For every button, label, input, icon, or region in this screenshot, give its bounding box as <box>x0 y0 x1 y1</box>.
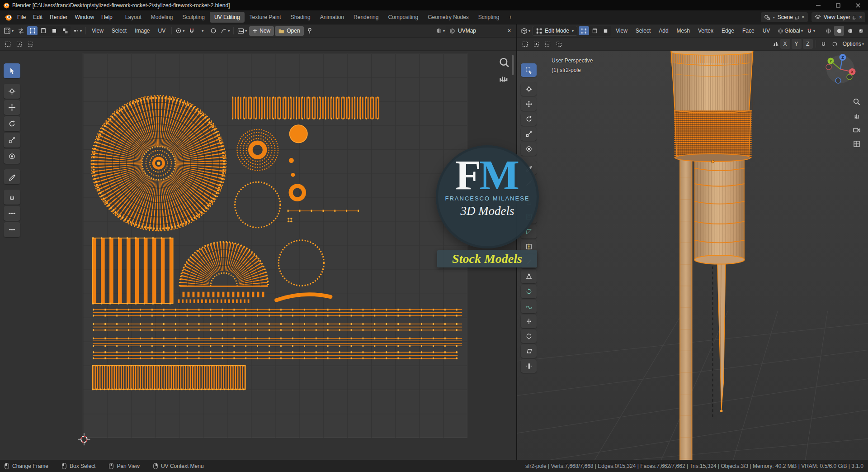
snap-toggle[interactable] <box>187 26 197 36</box>
tool-scale-3d[interactable] <box>521 127 537 141</box>
pan-hand-icon[interactable] <box>853 112 861 120</box>
tool-grab[interactable] <box>4 190 20 205</box>
workspace-tab-rendering[interactable]: Rendering <box>349 12 383 23</box>
vp-menu-edge[interactable]: Edge <box>718 26 738 35</box>
tool-scale[interactable] <box>4 133 20 148</box>
tool-cursor-3d[interactable] <box>521 82 537 96</box>
navigation-gizmo[interactable]: X Y Z <box>825 53 856 85</box>
select-mode-subtract-button[interactable] <box>25 39 35 49</box>
editor-type-3d-button[interactable]: ▾ <box>519 26 532 36</box>
new-scene-icon[interactable] <box>796 16 799 19</box>
uv-sync-selection-toggle[interactable] <box>16 26 26 36</box>
tool-transform-3d[interactable] <box>521 142 537 156</box>
browse-image-dropdown[interactable]: ▾ <box>236 26 248 36</box>
menu-edit[interactable]: Edit <box>29 13 46 22</box>
transform-orientation-dropdown[interactable]: Global ▾ <box>776 26 804 36</box>
vp-menu-mesh[interactable]: Mesh <box>673 26 693 35</box>
snap-settings-dropdown[interactable]: ▾ <box>198 26 208 36</box>
uv-menu-image[interactable]: Image <box>131 26 153 35</box>
shading-solid-button[interactable] <box>834 26 844 36</box>
unlink-scene-icon[interactable]: × <box>802 14 805 20</box>
tool-tweak[interactable] <box>4 63 20 78</box>
zoom-icon[interactable] <box>853 98 861 106</box>
vp-menu-view[interactable]: View <box>612 26 631 35</box>
vp-menu-select[interactable]: Select <box>632 26 654 35</box>
tool-relax[interactable] <box>4 206 20 221</box>
workspace-tab-compositing[interactable]: Compositing <box>383 12 423 23</box>
add-workspace-button[interactable]: + <box>506 13 515 21</box>
vp-menu-face[interactable]: Face <box>739 26 758 35</box>
uv-select-vertex-button[interactable] <box>27 26 38 35</box>
select-mode-intersect-button-3d[interactable] <box>554 39 564 49</box>
blender-menu-icon[interactable] <box>3 12 14 22</box>
tool-rotate-3d[interactable] <box>521 112 537 126</box>
remove-view-layer-icon[interactable]: × <box>859 14 862 20</box>
snap-overlay-icon[interactable] <box>819 39 829 49</box>
tool-smooth[interactable] <box>521 300 537 313</box>
workspace-tab-uv-editing[interactable]: UV Editing <box>210 12 245 23</box>
tool-move[interactable] <box>4 100 20 115</box>
vp-menu-vertex[interactable]: Vertex <box>694 26 717 35</box>
tool-cursor[interactable] <box>4 84 20 99</box>
workspace-tab-shading[interactable]: Shading <box>286 12 315 23</box>
tool-spin[interactable] <box>521 285 537 298</box>
editor-type-uv-button[interactable]: ▾ <box>2 26 15 36</box>
open-image-button[interactable]: Open <box>275 26 303 36</box>
workspace-tab-texture-paint[interactable]: Texture Paint <box>245 12 286 23</box>
mirror-y-toggle[interactable]: Y <box>792 39 802 49</box>
scene-selector[interactable]: ▾ Scene × <box>761 12 808 22</box>
uv-sticky-mode-dropdown[interactable]: ▾ <box>71 26 83 36</box>
tool-shear[interactable] <box>521 344 537 358</box>
snap-toggle-3d[interactable]: ▾ <box>805 26 816 36</box>
tool-shrink-fatten[interactable] <box>521 329 537 343</box>
workspace-tab-scripting[interactable]: Scripting <box>474 12 504 23</box>
clear-uvmap-icon[interactable]: × <box>508 28 511 34</box>
workspace-tab-layout[interactable]: Layout <box>121 12 146 23</box>
tool-edge-slide[interactable] <box>521 315 537 328</box>
uv-select-edge-button[interactable] <box>38 26 48 35</box>
select-mode-extend-button-3d[interactable] <box>531 39 541 49</box>
workspace-tab-geometry-nodes[interactable]: Geometry Nodes <box>423 12 473 23</box>
select-mode-face-button[interactable] <box>600 26 611 35</box>
select-mode-extend-button[interactable] <box>14 39 24 49</box>
camera-view-icon[interactable] <box>853 126 861 134</box>
uvmap-field[interactable]: UVMap × <box>446 26 514 36</box>
select-mode-vertex-button[interactable] <box>579 26 589 35</box>
pivot-point-dropdown[interactable]: ▾ <box>174 26 186 36</box>
shading-wireframe-button[interactable] <box>823 26 833 36</box>
proportional-overlay-icon[interactable] <box>830 39 840 49</box>
proportional-editing-toggle[interactable] <box>208 26 218 36</box>
uv-select-island-button[interactable] <box>60 26 70 35</box>
view-layer-selector[interactable]: View Layer × <box>811 12 865 22</box>
minimize-button[interactable] <box>808 0 828 10</box>
select-mode-new-button[interactable] <box>3 39 13 49</box>
new-image-button[interactable]: New <box>249 26 274 36</box>
tool-transform[interactable] <box>4 149 20 164</box>
tool-move-3d[interactable] <box>521 97 537 111</box>
mode-dropdown[interactable]: Edit Mode ▾ <box>533 26 577 36</box>
workspace-tab-sculpting[interactable]: Sculpting <box>178 12 209 23</box>
vp-menu-add[interactable]: Add <box>655 26 672 35</box>
select-mode-subtract-button-3d[interactable] <box>542 39 552 49</box>
maximize-button[interactable] <box>828 0 848 10</box>
options-dropdown[interactable]: Options ▾ <box>841 39 865 49</box>
mirror-x-toggle[interactable]: X <box>780 39 790 49</box>
workspace-tab-animation[interactable]: Animation <box>316 12 349 23</box>
tool-rip-region[interactable] <box>521 359 537 373</box>
menu-render[interactable]: Render <box>46 13 71 22</box>
tool-pinch[interactable] <box>4 222 20 237</box>
shading-rendered-button[interactable] <box>856 26 866 36</box>
uv-menu-select[interactable]: Select <box>108 26 130 35</box>
menu-window[interactable]: Window <box>71 13 98 22</box>
uv-menu-view[interactable]: View <box>88 26 107 35</box>
proportional-falloff-dropdown[interactable]: ▾ <box>219 26 231 36</box>
workspace-tab-modeling[interactable]: Modeling <box>146 12 178 23</box>
mirror-z-toggle[interactable]: Z <box>803 39 813 49</box>
close-button[interactable] <box>848 0 868 10</box>
menu-help[interactable]: Help <box>98 13 116 22</box>
menu-file[interactable]: File <box>14 13 29 22</box>
shading-material-button[interactable] <box>845 26 855 36</box>
display-channels-dropdown[interactable]: ▾ <box>434 26 446 36</box>
select-mode-edge-button[interactable] <box>590 26 600 35</box>
uv-select-face-button[interactable] <box>49 26 59 35</box>
